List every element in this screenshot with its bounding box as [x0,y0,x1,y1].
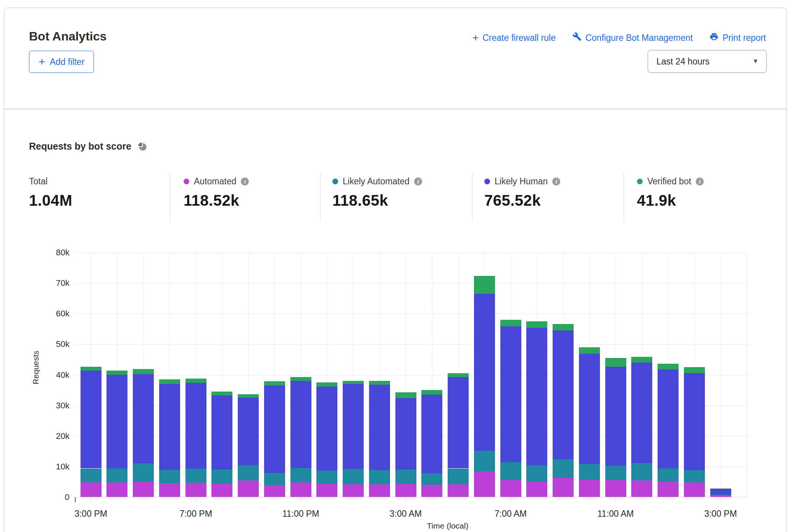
create-firewall-rule-link[interactable]: + Create firewall rule [472,33,556,43]
bar-segment-verified-bot[interactable] [526,321,547,328]
bar-segment-verified-bot[interactable] [369,381,390,385]
bar-segment-verified-bot[interactable] [159,379,180,384]
bar-segment-verified-bot[interactable] [448,373,469,377]
bar-segment-automated[interactable] [579,480,600,497]
add-filter-button[interactable]: + Add filter [29,51,94,73]
bar-segment-automated[interactable] [264,485,285,497]
bar-segment-verified-bot[interactable] [316,382,337,386]
bar-segment-likely-human[interactable] [369,385,390,470]
bar-segment-likely-human[interactable] [605,367,626,466]
bar-segment-verified-bot[interactable] [474,276,495,294]
bar-segment-automated[interactable] [684,482,705,497]
bar-segment-automated[interactable] [369,484,390,497]
time-range-select[interactable]: Last 24 hours ▼ [648,50,767,73]
bar-segment-likely-automated[interactable] [500,462,521,480]
bar-segment-likely-human[interactable] [500,326,521,462]
bar-segment-automated[interactable] [159,483,180,497]
bar-segment-automated[interactable] [290,482,311,497]
bar-segment-verified-bot[interactable] [658,364,679,369]
bar-segment-automated[interactable] [500,480,521,497]
bar-segment-likely-human[interactable] [185,383,206,469]
bar-segment-verified-bot[interactable] [264,381,285,385]
bar-segment-likely-automated[interactable] [133,463,154,482]
bar-segment-verified-bot[interactable] [133,369,154,374]
bar-segment-likely-human[interactable] [264,385,285,473]
bar-segment-likely-automated[interactable] [185,469,206,483]
bar-segment-verified-bot[interactable] [710,488,731,489]
bar-segment-likely-automated[interactable] [290,468,311,482]
bar-segment-likely-automated[interactable] [658,468,679,481]
bar-segment-likely-human[interactable] [631,363,652,463]
configure-bot-management-link[interactable]: Configure Bot Management [572,32,693,44]
bar-segment-verified-bot[interactable] [684,367,705,373]
bar-segment-automated[interactable] [106,482,127,497]
info-icon[interactable]: i [241,177,249,185]
info-icon[interactable]: i [696,177,704,185]
bar-segment-automated[interactable] [133,482,154,497]
bar-segment-automated[interactable] [553,478,574,497]
bar-segment-verified-bot[interactable] [579,347,600,354]
bar-segment-likely-automated[interactable] [395,469,416,484]
bar-segment-automated[interactable] [185,483,206,497]
bar-segment-likely-automated[interactable] [710,495,731,495]
bar-segment-automated[interactable] [605,480,626,497]
bar-segment-likely-human[interactable] [159,384,180,469]
bar-segment-likely-human[interactable] [421,395,442,473]
bar-segment-likely-automated[interactable] [81,469,102,483]
bar-segment-automated[interactable] [474,471,495,497]
bar-segment-likely-automated[interactable] [238,465,259,480]
info-icon[interactable]: i [552,177,560,185]
bar-segment-likely-automated[interactable] [369,470,390,484]
bar-segment-likely-automated[interactable] [106,468,127,482]
bar-segment-likely-human[interactable] [290,381,311,468]
bar-segment-verified-bot[interactable] [211,392,232,395]
bar-segment-likely-automated[interactable] [211,469,232,484]
bar-segment-likely-human[interactable] [658,369,679,469]
bar-segment-automated[interactable] [343,484,364,497]
bar-segment-verified-bot[interactable] [81,367,102,371]
bar-segment-likely-automated[interactable] [526,465,547,482]
info-icon[interactable]: i [414,177,422,185]
bar-segment-automated[interactable] [526,482,547,497]
bar-segment-automated[interactable] [448,484,469,497]
bar-segment-likely-automated[interactable] [631,463,652,480]
bar-segment-likely-human[interactable] [133,374,154,463]
bar-segment-likely-automated[interactable] [343,469,364,484]
bar-segment-likely-automated[interactable] [421,473,442,485]
bar-segment-likely-automated[interactable] [316,471,337,484]
bar-segment-verified-bot[interactable] [421,390,442,395]
bar-segment-verified-bot[interactable] [106,371,127,374]
bar-segment-likely-human[interactable] [316,387,337,471]
bar-segment-likely-human[interactable] [448,377,469,469]
bar-segment-automated[interactable] [421,485,442,497]
bar-segment-likely-automated[interactable] [553,459,574,477]
bar-segment-likely-automated[interactable] [579,464,600,480]
bar-segment-likely-human[interactable] [343,384,364,469]
bar-segment-likely-automated[interactable] [605,466,626,480]
bar-segment-automated[interactable] [81,482,102,497]
bar-segment-verified-bot[interactable] [395,392,416,398]
bar-segment-verified-bot[interactable] [605,358,626,366]
bar-segment-likely-automated[interactable] [474,451,495,471]
bar-segment-automated[interactable] [316,484,337,497]
bar-segment-likely-human[interactable] [474,294,495,451]
bar-segment-verified-bot[interactable] [238,394,259,398]
bar-segment-likely-human[interactable] [526,328,547,465]
bar-segment-likely-human[interactable] [106,375,127,468]
bar-segment-verified-bot[interactable] [553,324,574,330]
bar-segment-verified-bot[interactable] [290,377,311,381]
bar-segment-automated[interactable] [631,480,652,497]
print-report-link[interactable]: Print report [709,32,766,44]
bar-segment-likely-automated[interactable] [264,473,285,485]
bar-segment-automated[interactable] [211,484,232,497]
bar-segment-automated[interactable] [238,480,259,497]
bar-segment-verified-bot[interactable] [185,379,206,383]
bar-segment-likely-human[interactable] [81,371,102,468]
bar-segment-automated[interactable] [710,495,731,497]
bar-segment-likely-automated[interactable] [159,470,180,483]
bar-segment-likely-human[interactable] [238,398,259,465]
bar-segment-likely-human[interactable] [211,395,232,469]
bar-segment-likely-human[interactable] [395,398,416,469]
bar-segment-verified-bot[interactable] [631,357,652,363]
bar-segment-verified-bot[interactable] [343,381,364,384]
